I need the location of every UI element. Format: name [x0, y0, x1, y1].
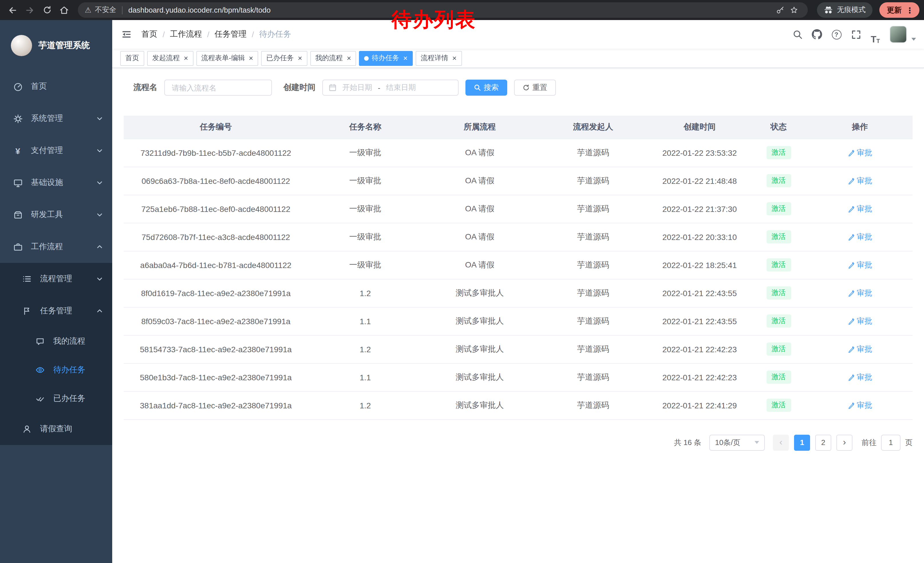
- task-id-cell: 580e1b3d-7ac8-11ec-a9e2-a2380e71991a: [124, 363, 308, 391]
- avatar-dropdown-caret[interactable]: [911, 38, 916, 41]
- sidebar-item-infrastructure[interactable]: 基础设施: [0, 167, 112, 199]
- bookmark-star-icon[interactable]: [787, 3, 801, 17]
- total-count: 共 16 条: [674, 437, 701, 447]
- action-cell: 审批: [807, 251, 912, 279]
- breadcrumb-home[interactable]: 首页: [141, 29, 158, 39]
- approve-link[interactable]: 审批: [848, 400, 872, 410]
- approve-link[interactable]: 审批: [848, 204, 872, 214]
- site-security-chip[interactable]: ⚠ 不安全: [85, 5, 116, 15]
- task-id-cell: 8f0d1619-7ac8-11ec-a9e2-a2380e71991a: [124, 279, 308, 307]
- approve-link[interactable]: 审批: [848, 260, 872, 270]
- table-row: 8f059c03-7ac8-11ec-a9e2-a2380e71991a 1.1…: [124, 307, 912, 335]
- date-range-picker[interactable]: 开始日期 - 结束日期: [322, 80, 459, 96]
- page-button-1[interactable]: 1: [794, 434, 810, 450]
- update-button[interactable]: 更新 ⋮: [879, 2, 920, 18]
- page-size-select[interactable]: 10条/页: [710, 434, 765, 450]
- user-icon: [21, 424, 33, 434]
- tab-label: 流程表单-编辑: [201, 53, 245, 63]
- goto-page-input[interactable]: [881, 434, 900, 450]
- sidebar-item-task-management[interactable]: 任务管理: [0, 295, 112, 327]
- col-task-id: 任务编号: [124, 116, 308, 139]
- tab-start-process[interactable]: 发起流程×: [147, 51, 193, 66]
- approve-link[interactable]: 审批: [848, 176, 872, 186]
- approve-link[interactable]: 审批: [848, 288, 872, 298]
- sidebar-collapse-icon[interactable]: [121, 29, 132, 40]
- close-icon[interactable]: ×: [249, 54, 253, 62]
- user-avatar[interactable]: [890, 26, 907, 43]
- top-navbar: 首页 / 工作流程 / 任务管理 / 待办任务 ?: [112, 20, 924, 49]
- edit-pencil-icon: [848, 177, 855, 184]
- breadcrumb-separator: /: [252, 30, 254, 39]
- action-cell: 审批: [807, 335, 912, 363]
- tab-todo-task[interactable]: 待办任务×: [359, 51, 413, 66]
- sidebar-item-workflow[interactable]: 工作流程: [0, 231, 112, 263]
- tab-my-process[interactable]: 我的流程×: [310, 51, 356, 66]
- status-cell: 激活: [750, 251, 807, 279]
- approve-link[interactable]: 审批: [848, 372, 872, 382]
- process-cell: 测试多审批人: [423, 279, 537, 307]
- task-name-cell: 1.1: [308, 363, 423, 391]
- github-icon[interactable]: [807, 25, 826, 44]
- approve-link[interactable]: 审批: [848, 344, 872, 354]
- approve-link[interactable]: 审批: [848, 147, 872, 158]
- search-button[interactable]: 搜索: [465, 80, 507, 96]
- breadcrumb-task-management: 任务管理: [214, 29, 247, 39]
- action-cell: 审批: [807, 391, 912, 419]
- edit-pencil-icon: [848, 205, 855, 212]
- reset-button[interactable]: 重置: [514, 80, 556, 96]
- close-icon[interactable]: ×: [452, 54, 456, 62]
- sidebar-item-process-management[interactable]: 流程管理: [0, 263, 112, 295]
- home-icon[interactable]: [56, 2, 72, 18]
- tab-process-detail[interactable]: 流程详情×: [416, 51, 462, 66]
- sidebar-item-payment[interactable]: ¥ 支付管理: [0, 135, 112, 167]
- close-icon[interactable]: ×: [404, 54, 408, 62]
- approve-link[interactable]: 审批: [848, 232, 872, 242]
- sidebar-item-leave-query[interactable]: 请假查询: [0, 413, 112, 445]
- prev-page-button[interactable]: ‹: [773, 434, 789, 450]
- sidebar-item-home[interactable]: 首页: [0, 71, 112, 102]
- breadcrumb-current: 待办任务: [259, 29, 291, 39]
- page-unit-label: 页: [905, 437, 912, 447]
- menu-dots-icon[interactable]: ⋮: [906, 6, 914, 14]
- approve-link[interactable]: 审批: [848, 316, 872, 326]
- tab-label: 我的流程: [315, 53, 343, 63]
- sidebar-item-done-task[interactable]: 已办任务: [0, 384, 112, 413]
- font-size-icon[interactable]: TT: [866, 25, 885, 44]
- process-name-input[interactable]: [164, 80, 272, 96]
- tab-form-edit[interactable]: 流程表单-编辑×: [196, 51, 258, 66]
- approve-link-label: 审批: [857, 176, 872, 186]
- process-cell: 测试多审批人: [423, 363, 537, 391]
- process-cell: OA 请假: [423, 195, 537, 223]
- chevron-down-icon: [96, 115, 103, 122]
- process-cell: OA 请假: [423, 167, 537, 195]
- page-button-2[interactable]: 2: [815, 434, 831, 450]
- table-row: a6aba0a4-7b6d-11ec-b781-acde48001122 一级审…: [124, 251, 912, 279]
- forward-icon[interactable]: [22, 2, 38, 18]
- fullscreen-icon[interactable]: [846, 25, 866, 44]
- sidebar-item-devtools[interactable]: 研发工具: [0, 199, 112, 231]
- chevron-down-icon: [96, 275, 103, 282]
- sidebar-item-todo-task[interactable]: 待办任务: [0, 356, 112, 384]
- range-separator: -: [378, 83, 380, 92]
- password-key-icon[interactable]: [773, 3, 787, 17]
- back-icon[interactable]: [4, 2, 21, 18]
- created-cell: 2022-01-22 23:53:32: [649, 139, 750, 167]
- approve-link-label: 审批: [857, 204, 872, 214]
- close-icon[interactable]: ×: [184, 54, 188, 62]
- table-header: 任务编号 任务名称 所属流程 流程发起人 创建时间 状态 操作: [124, 116, 912, 139]
- sidebar-item-my-process[interactable]: 我的流程: [0, 327, 112, 356]
- process-cell: 测试多审批人: [423, 307, 537, 335]
- close-icon[interactable]: ×: [298, 54, 302, 62]
- tab-home[interactable]: 首页: [120, 51, 144, 66]
- help-icon[interactable]: ?: [826, 25, 846, 44]
- close-icon[interactable]: ×: [347, 54, 351, 62]
- tab-done-task[interactable]: 已办任务×: [261, 51, 307, 66]
- created-cell: 2022-01-21 22:42:23: [649, 335, 750, 363]
- next-page-button[interactable]: ›: [836, 434, 852, 450]
- filter-bar: 流程名 创建时间 开始日期 - 结束日期 搜索: [124, 80, 912, 96]
- created-cell: 2022-01-21 22:42:23: [649, 363, 750, 391]
- sidebar-item-label: 首页: [31, 81, 47, 92]
- reload-icon[interactable]: [39, 2, 55, 18]
- sidebar-item-system[interactable]: 系统管理: [0, 102, 112, 135]
- search-icon[interactable]: [788, 25, 807, 44]
